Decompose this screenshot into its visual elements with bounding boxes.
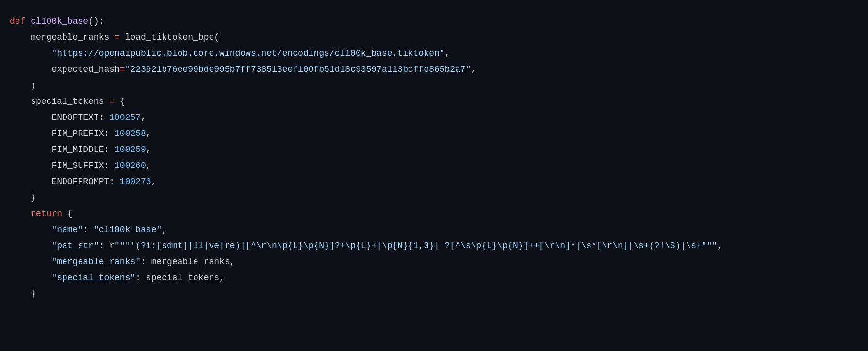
string-literal: "pat_str" bbox=[10, 241, 99, 251]
code-text: : mergeable_ranks, bbox=[141, 257, 235, 267]
punct: : bbox=[104, 129, 115, 138]
number-literal: 100260 bbox=[115, 161, 146, 170]
number-literal: 100257 bbox=[109, 113, 141, 122]
const-name: FIM_MIDDLE bbox=[10, 145, 104, 154]
string-literal: "cl100k_base" bbox=[94, 225, 162, 234]
punct: , bbox=[471, 65, 476, 74]
punct: : bbox=[83, 225, 94, 234]
const-name: ENDOFPROMPT bbox=[10, 177, 109, 186]
string-literal: """'(?i:[sdmt]|ll|ve|re)|[^\r\n\p{L}\p{N… bbox=[115, 241, 717, 251]
string-literal: "mergeable_ranks" bbox=[10, 257, 141, 267]
punct: , bbox=[146, 145, 151, 154]
punct: : bbox=[99, 113, 110, 122]
const-name: FIM_PREFIX bbox=[10, 129, 104, 138]
punct: , bbox=[146, 129, 151, 138]
string-literal: "223921b76ee99bde995b7ff738513eef100fb51… bbox=[125, 65, 471, 74]
punct: : bbox=[104, 161, 115, 170]
punct: , bbox=[141, 113, 146, 122]
code-text: special_tokens bbox=[10, 97, 109, 106]
punct: : bbox=[109, 177, 120, 186]
number-literal: 100276 bbox=[120, 177, 151, 186]
string-literal: "name" bbox=[10, 225, 83, 234]
operator: = bbox=[109, 97, 115, 106]
code-text: ) bbox=[10, 81, 36, 90]
punct: , bbox=[445, 49, 450, 58]
punct: , bbox=[151, 177, 157, 186]
operator: = bbox=[120, 65, 125, 74]
const-name: FIM_SUFFIX bbox=[10, 161, 104, 170]
code-text: } bbox=[10, 289, 36, 299]
punct: , bbox=[162, 225, 167, 234]
code-text: { bbox=[62, 209, 73, 218]
punct: : bbox=[104, 145, 115, 154]
code-text: : r bbox=[99, 241, 115, 251]
function-name: cl100k_base bbox=[31, 17, 88, 26]
const-name: ENDOFTEXT bbox=[10, 113, 99, 122]
keyword-return: return bbox=[31, 209, 62, 218]
punct: , bbox=[717, 241, 722, 251]
code-text bbox=[10, 209, 31, 218]
keyword-def: def bbox=[10, 17, 25, 26]
code-text: expected_hash bbox=[10, 65, 120, 74]
operator: = bbox=[115, 33, 120, 42]
punct: , bbox=[146, 161, 151, 170]
code-text: : special_tokens, bbox=[135, 273, 225, 283]
string-literal: "https://openaipublic.blob.core.windows.… bbox=[10, 49, 445, 58]
code-text: } bbox=[10, 193, 36, 202]
string-literal: "special_tokens" bbox=[10, 273, 135, 283]
code-text: mergeable_ranks bbox=[10, 33, 115, 42]
code-block: def cl100k_base(): mergeable_ranks = loa… bbox=[0, 0, 868, 316]
code-text: { bbox=[115, 97, 125, 106]
number-literal: 100259 bbox=[115, 145, 146, 154]
paren: (): bbox=[88, 17, 104, 26]
number-literal: 100258 bbox=[115, 129, 146, 138]
code-text: load_tiktoken_bpe( bbox=[120, 33, 219, 42]
